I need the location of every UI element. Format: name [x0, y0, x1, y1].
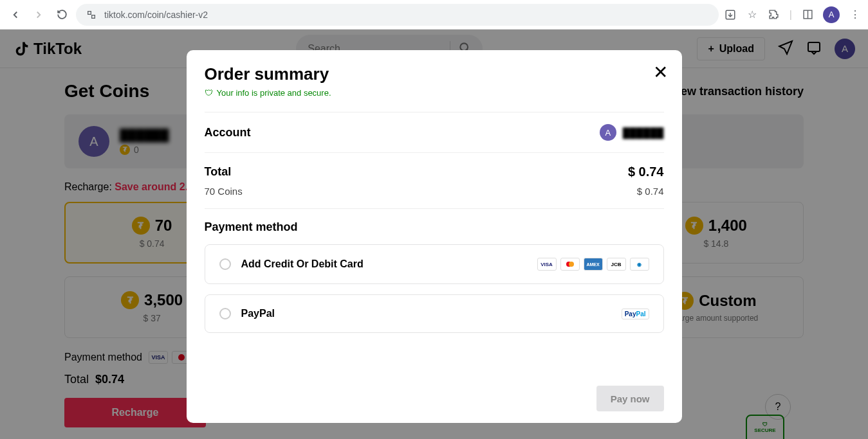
modal-account-name: ██████ — [623, 127, 664, 138]
menu-icon[interactable]: ⋮ — [849, 8, 862, 21]
pay-now-button[interactable]: Pay now — [596, 386, 664, 411]
secure-message: 🛡 Your info is private and secure. — [205, 88, 664, 98]
amex-icon: AMEX — [584, 258, 603, 271]
extensions-icon[interactable] — [768, 8, 780, 21]
bookmark-icon[interactable]: ☆ — [746, 8, 759, 21]
total-label: Total — [205, 165, 232, 179]
account-label: Account — [205, 126, 251, 139]
svg-rect-0 — [88, 11, 91, 14]
close-button[interactable]: ✕ — [653, 62, 668, 83]
back-button[interactable] — [6, 6, 24, 24]
visa-icon: VISA — [537, 258, 557, 271]
radio-icon — [219, 258, 231, 270]
modal-title: Order summary — [205, 64, 664, 84]
paypal-icon: PayPal — [622, 309, 649, 319]
modal-avatar: A — [600, 124, 616, 141]
payment-option-card[interactable]: Add Credit Or Debit Card VISA AMEX JCB ◉ — [205, 244, 664, 284]
jcb-icon: JCB — [607, 258, 626, 271]
shield-icon: 🛡 — [205, 88, 213, 98]
modal-overlay: ✕ Order summary 🛡 Your info is private a… — [0, 30, 868, 439]
site-info-icon[interactable] — [85, 8, 98, 21]
payment-option-paypal[interactable]: PayPal PayPal — [205, 294, 664, 333]
mastercard-icon — [560, 258, 580, 271]
payment-card-label: Add Credit Or Debit Card — [241, 258, 364, 270]
svg-rect-1 — [92, 15, 95, 18]
browser-chrome: tiktok.com/coin/cashier-v2 ☆ | A ⋮ — [0, 0, 868, 30]
payment-paypal-label: PayPal — [241, 308, 275, 319]
install-icon[interactable] — [724, 8, 737, 21]
radio-icon — [219, 308, 231, 319]
total-amount: $ 0.74 — [628, 165, 664, 179]
diners-icon: ◉ — [630, 258, 649, 271]
profile-avatar[interactable]: A — [823, 6, 840, 23]
forward-button[interactable] — [30, 6, 48, 24]
coins-line: 70 Coins — [205, 186, 243, 197]
url-bar[interactable]: tiktok.com/coin/cashier-v2 — [76, 4, 719, 26]
order-summary-modal: ✕ Order summary 🛡 Your info is private a… — [187, 50, 682, 423]
url-text: tiktok.com/coin/cashier-v2 — [104, 10, 208, 20]
reload-button[interactable] — [53, 6, 71, 24]
payment-method-label: Payment method — [205, 220, 664, 234]
coins-price: $ 0.74 — [637, 186, 664, 197]
panel-icon[interactable] — [801, 8, 814, 21]
modal-account-info: A ██████ — [600, 124, 664, 141]
